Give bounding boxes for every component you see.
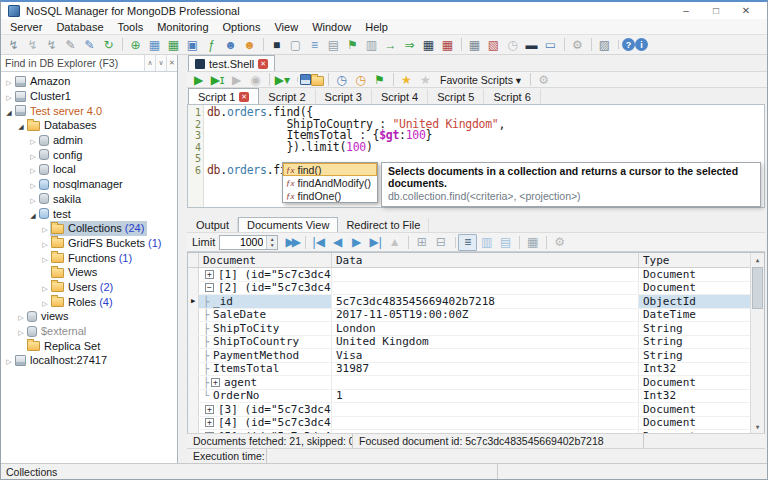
tree-expander-icon[interactable] — [4, 354, 14, 366]
execute-to-cursor-icon[interactable]: ▶ɪ — [208, 71, 227, 88]
scrollbar-thumb[interactable] — [752, 267, 763, 309]
row-expander-icon[interactable] — [205, 270, 214, 279]
type-cell[interactable]: ObjectId — [639, 295, 752, 308]
next-document-icon[interactable]: ▶ — [347, 234, 366, 251]
import-table-icon[interactable]: ▦ — [438, 36, 457, 53]
type-cell[interactable]: Int32 — [639, 363, 752, 376]
close-button[interactable]: ✕ — [731, 5, 761, 16]
tab-script-5[interactable]: Script 5 — [428, 89, 484, 104]
expand-node-icon[interactable]: ⊞ — [412, 234, 431, 251]
type-cell[interactable]: DateTime — [639, 309, 752, 322]
tree-item-nosqlmanager[interactable]: nosqlmanager — [1, 177, 177, 192]
tab-test-shell[interactable]: test.Shell ✕ — [188, 55, 275, 71]
chart-icon[interactable]: ▧ — [484, 36, 503, 53]
reconnect-icon[interactable]: ↯ — [42, 36, 61, 53]
script-history-icon[interactable]: ◷ — [332, 71, 351, 88]
tree-expander-icon[interactable] — [4, 75, 14, 87]
type-cell[interactable]: String — [639, 336, 752, 349]
type-cell[interactable]: Document — [639, 376, 752, 389]
autocomplete-item[interactable]: ƒx findOne() — [283, 189, 377, 202]
tree-item-roles[interactable]: Roles (4) — [1, 294, 177, 309]
tree-item-databases[interactable]: Databases — [1, 118, 177, 133]
search-input[interactable] — [1, 55, 144, 71]
document-cell[interactable]: [2] (id="5c7c3dc483545... — [199, 282, 332, 295]
image-icon[interactable]: ▨ — [595, 36, 614, 53]
table-row[interactable]: [2] (id="5c7c3dc483545... Document — [188, 282, 764, 296]
data-cell[interactable] — [332, 282, 639, 295]
table-row[interactable]: ├ShipToCountry United Kingdom String — [188, 336, 764, 350]
prev-document-icon[interactable]: ◀ — [328, 234, 347, 251]
type-cell[interactable]: Document — [639, 417, 752, 430]
document-cell[interactable]: ├_id — [199, 295, 332, 308]
data-cell[interactable]: London — [332, 322, 639, 335]
column-header-document[interactable]: Document — [199, 253, 332, 267]
text-view-icon[interactable]: ▤ — [496, 234, 515, 251]
add-user-icon[interactable]: ☻ — [221, 36, 240, 53]
data-cell[interactable]: Visa — [332, 349, 639, 362]
tree-expander-icon[interactable] — [28, 208, 38, 220]
document-cell[interactable]: ├PaymentMethod — [199, 349, 332, 362]
table-row[interactable]: [4] (id="5c7c3dc483545... Document — [188, 417, 764, 431]
about-icon[interactable]: i — [635, 38, 648, 51]
menu-item[interactable]: Options — [216, 20, 268, 34]
new-collection-icon[interactable]: ▦ — [164, 36, 183, 53]
tab-redirect-to-file[interactable]: Redirect to File — [338, 218, 429, 232]
tree-expander-icon[interactable] — [28, 149, 38, 161]
edit-connection-icon[interactable]: ✎ — [61, 36, 80, 53]
tree-expander-icon[interactable] — [40, 281, 50, 293]
export-icon[interactable]: → — [381, 36, 400, 53]
close-tab-icon[interactable]: ✕ — [239, 92, 249, 102]
data-cell[interactable]: 2017-11-05T19:00:00Z — [332, 309, 639, 322]
execute-selection-icon[interactable]: ▶ — [227, 71, 246, 88]
table-row[interactable]: ├agent Document — [188, 376, 764, 390]
fetch-more-icon[interactable]: ▶▶ — [282, 234, 301, 251]
parent-document-icon[interactable]: ▲ — [385, 234, 404, 251]
tree-expander-icon[interactable] — [28, 178, 38, 190]
data-cell[interactable]: United Kingdom — [332, 336, 639, 349]
console-icon[interactable]: ▢ — [286, 36, 305, 53]
editor-results-splitter[interactable] — [187, 208, 767, 217]
connect-icon[interactable]: ↯ — [4, 36, 23, 53]
flag-icon[interactable]: ⚑ — [343, 36, 362, 53]
column-header-type[interactable]: Type — [639, 253, 752, 267]
data-cell[interactable] — [332, 376, 639, 389]
last-document-icon[interactable]: ▶| — [366, 234, 385, 251]
run-options-icon[interactable]: ≡ — [305, 36, 324, 53]
tree-expander-icon[interactable] — [4, 105, 14, 117]
tree-expander-icon[interactable] — [40, 296, 50, 308]
tree-expander-icon[interactable] — [40, 222, 50, 234]
refresh-icon[interactable]: ↻ — [99, 36, 118, 53]
sidebar-splitter[interactable] — [178, 55, 187, 463]
document-cell[interactable]: [4] (id="5c7c3dc483545... — [199, 417, 332, 430]
menu-item[interactable]: Monitoring — [150, 20, 215, 34]
copy-icon[interactable]: ▥ — [362, 36, 381, 53]
type-cell[interactable]: Document — [639, 430, 752, 433]
tree-item-sakila[interactable]: sakila — [1, 192, 177, 207]
data-cell[interactable] — [332, 417, 639, 430]
tab-output[interactable]: Output — [188, 218, 238, 232]
table-row[interactable]: [5] (id="5c7c3dc483545... Document — [188, 430, 764, 433]
tab-script-2[interactable]: Script 2 — [259, 89, 315, 104]
row-expander-icon[interactable] — [205, 432, 214, 433]
add-database-icon[interactable]: ⊕ — [126, 36, 145, 53]
type-cell[interactable]: Document — [639, 282, 752, 295]
collapse-node-icon[interactable]: ⊟ — [431, 234, 450, 251]
tree-item-users[interactable]: Users (2) — [1, 280, 177, 295]
collections-icon[interactable]: ▦ — [145, 36, 164, 53]
document-cell[interactable]: ├agent — [199, 376, 332, 389]
remove-favorite-icon[interactable]: ★ — [416, 71, 435, 88]
search-next-icon[interactable]: ∨ — [155, 55, 166, 71]
data-cell[interactable] — [332, 430, 639, 433]
execute-icon[interactable]: ▶ — [189, 71, 208, 88]
tree-item-views-folder[interactable]: Views — [1, 265, 177, 280]
search-prev-icon[interactable]: ∧ — [144, 55, 155, 71]
tree-expander-icon[interactable] — [4, 90, 14, 102]
row-expander-icon[interactable] — [211, 378, 220, 387]
tab-script-3[interactable]: Script 3 — [316, 89, 372, 104]
tree-expander-icon[interactable] — [40, 252, 50, 264]
clock-icon[interactable]: ◷ — [503, 36, 522, 53]
settings-gear-icon[interactable]: ⚙ — [568, 36, 587, 53]
stop-icon[interactable]: ◉ — [246, 71, 265, 88]
tree-expander-icon[interactable] — [28, 134, 38, 146]
document-cell[interactable]: └OrderNo — [199, 390, 332, 403]
